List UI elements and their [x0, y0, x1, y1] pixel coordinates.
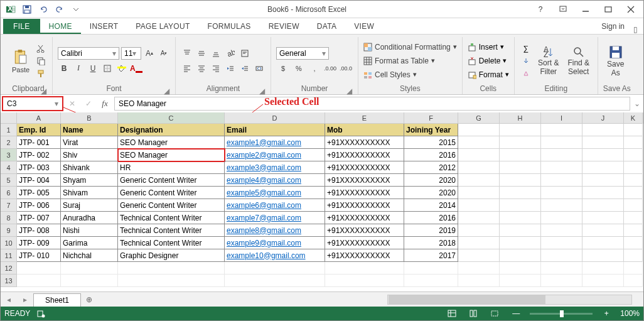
column-header[interactable]: K: [624, 112, 643, 124]
cell[interactable]: [500, 187, 541, 199]
cell[interactable]: [541, 174, 582, 187]
zoom-out-button[interactable]: —: [508, 308, 523, 319]
border-button[interactable]: [101, 62, 114, 75]
cell[interactable]: [458, 262, 500, 275]
cell[interactable]: [624, 199, 643, 212]
maximize-button[interactable]: [598, 2, 618, 17]
cell[interactable]: Graphic Designer: [118, 249, 225, 262]
cell[interactable]: [582, 212, 624, 224]
cell[interactable]: [541, 124, 582, 136]
email-cell[interactable]: example3@gmail.com: [225, 161, 325, 174]
accounting-format-button[interactable]: $: [276, 62, 290, 75]
font-name-select[interactable]: Calibri ▾: [58, 47, 119, 60]
cell[interactable]: [624, 237, 643, 249]
cell[interactable]: [541, 224, 582, 237]
help-button[interactable]: ?: [530, 2, 550, 17]
cell[interactable]: [582, 224, 624, 237]
cell[interactable]: [500, 237, 541, 249]
email-cell[interactable]: example8@gmail.com: [225, 224, 325, 237]
cell[interactable]: Generic Content Writer: [118, 187, 225, 199]
row-header[interactable]: 1: [1, 124, 17, 136]
cell[interactable]: Shivank: [61, 161, 118, 174]
copy-button[interactable]: [35, 55, 47, 67]
cell[interactable]: [624, 262, 643, 275]
increase-font-button[interactable]: A▴: [143, 47, 156, 60]
select-all-corner[interactable]: [1, 112, 17, 124]
cell[interactable]: [624, 187, 643, 199]
save-as-button[interactable]: SaveAs: [603, 45, 628, 77]
column-header[interactable]: H: [500, 112, 541, 124]
cell[interactable]: 2018: [404, 237, 458, 249]
cell[interactable]: [225, 262, 325, 275]
percent-format-button[interactable]: %: [292, 62, 306, 75]
cell[interactable]: [582, 136, 624, 149]
header-cell[interactable]: Mob: [325, 124, 404, 136]
column-header[interactable]: A: [17, 112, 61, 124]
cell[interactable]: [500, 149, 541, 161]
underline-button[interactable]: U: [87, 62, 99, 75]
row-header[interactable]: 8: [1, 212, 17, 224]
dialog-launcher-icon[interactable]: ◢: [258, 87, 266, 94]
format-cells-button[interactable]: Format ▾: [468, 68, 509, 81]
decrease-indent-button[interactable]: [224, 62, 237, 75]
column-header[interactable]: I: [541, 112, 582, 124]
cell[interactable]: [541, 149, 582, 161]
cell[interactable]: [624, 124, 643, 136]
italic-button[interactable]: I: [72, 62, 85, 75]
name-box[interactable]: C3▾: [3, 97, 63, 111]
cell[interactable]: [458, 275, 500, 287]
orientation-button[interactable]: ab: [224, 47, 237, 60]
cell[interactable]: [582, 161, 624, 174]
cell[interactable]: [624, 174, 643, 187]
paste-button[interactable]: Paste: [9, 42, 32, 80]
cell[interactable]: SEO Manager: [118, 136, 225, 149]
cell[interactable]: [582, 187, 624, 199]
cell[interactable]: [582, 262, 624, 275]
comma-format-button[interactable]: ,: [308, 62, 321, 75]
find-select-button[interactable]: Find &Select: [565, 46, 593, 76]
cell[interactable]: [624, 149, 643, 161]
cell[interactable]: Anuradha: [61, 212, 118, 224]
view-normal-button[interactable]: [444, 308, 459, 319]
sheet-tab[interactable]: Sheet1: [33, 293, 81, 307]
cell[interactable]: [325, 262, 404, 275]
delete-cells-button[interactable]: Delete ▾: [468, 55, 509, 67]
cell[interactable]: +91XXXXXXXXXX: [325, 136, 404, 149]
column-header[interactable]: J: [582, 112, 624, 124]
row-header[interactable]: 9: [1, 224, 17, 237]
autosum-button[interactable]: ∑: [520, 43, 532, 54]
cell[interactable]: [541, 237, 582, 249]
cell[interactable]: +91XXXXXXXXXX: [325, 149, 404, 161]
cell[interactable]: [500, 275, 541, 287]
number-format-select[interactable]: General▾: [276, 47, 329, 60]
header-cell[interactable]: Emp. Id: [17, 124, 61, 136]
minimize-button[interactable]: [576, 2, 596, 17]
scroll-sheets-right-button[interactable]: ▸: [17, 293, 33, 307]
cell[interactable]: Technical Content Writer: [118, 212, 225, 224]
cell[interactable]: [541, 262, 582, 275]
cell[interactable]: [225, 275, 325, 287]
header-cell[interactable]: Designation: [118, 124, 225, 136]
bold-button[interactable]: B: [58, 62, 70, 75]
cell[interactable]: [541, 249, 582, 262]
cell[interactable]: [624, 224, 643, 237]
cell[interactable]: [500, 212, 541, 224]
cell[interactable]: [582, 249, 624, 262]
cell[interactable]: +91XXXXXXXXXX: [325, 161, 404, 174]
cell[interactable]: [582, 124, 624, 136]
email-cell[interactable]: example1@gmail.com: [225, 136, 325, 149]
decrease-decimal-button[interactable]: .00.0: [339, 62, 353, 75]
tab-view[interactable]: VIEW: [345, 19, 383, 34]
cell[interactable]: [118, 262, 225, 275]
cell[interactable]: [458, 136, 500, 149]
tab-page-layout[interactable]: PAGE LAYOUT: [127, 19, 198, 34]
cell[interactable]: [17, 275, 61, 287]
cell[interactable]: [582, 199, 624, 212]
merge-center-button[interactable]: [253, 62, 266, 75]
tab-data[interactable]: DATA: [308, 19, 345, 34]
email-cell[interactable]: example9@gmail.com: [225, 237, 325, 249]
cell[interactable]: [541, 136, 582, 149]
cell[interactable]: [541, 275, 582, 287]
cell[interactable]: [458, 199, 500, 212]
cell[interactable]: [325, 275, 404, 287]
